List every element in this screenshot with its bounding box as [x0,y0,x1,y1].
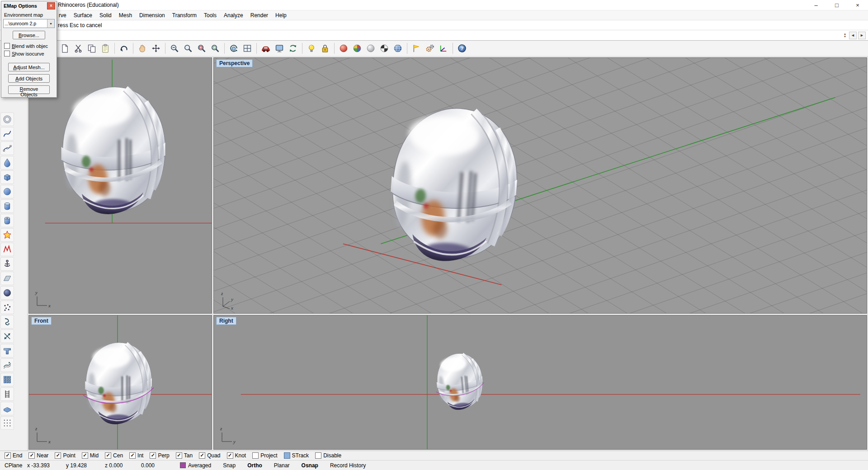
minimize-button[interactable]: – [806,0,826,10]
osnap-perp[interactable]: ✓Perp [150,452,169,459]
layer-pane[interactable]: Averaged [188,462,211,469]
dropdown-arrow-icon[interactable]: ▼ [47,19,54,28]
t-surface-icon[interactable] [0,344,14,357]
offset-curve-icon[interactable] [0,358,14,372]
helmet-render-right[interactable] [424,346,495,419]
rainbow-sphere-icon[interactable] [351,42,363,55]
viewport-front[interactable]: Front zx [28,315,212,450]
history-prev-button[interactable]: ◄ [849,32,857,39]
osnap-checkbox-end[interactable]: ✓ [5,452,11,459]
osnap-int[interactable]: ✓Int [129,452,143,459]
osnap-checkbox-quad[interactable]: ✓ [199,452,205,459]
osnap-mid[interactable]: ✓Mid [82,452,99,459]
show-isocurve-checkbox[interactable]: Show isocurve [4,51,55,56]
browse-button[interactable]: Browse... [13,31,45,39]
viewport-label-perspective[interactable]: Perspective [216,59,253,67]
ortho-pane[interactable]: Ortho [247,462,262,469]
remove-objects-button[interactable]: Remove Objects [8,85,50,94]
grid-dots-icon[interactable] [0,416,14,430]
menu-tools[interactable]: Tools [200,11,220,19]
osnap-checkbox-tan[interactable]: ✓ [176,452,182,459]
display-monitor-icon[interactable] [273,42,286,55]
gray-sphere-icon[interactable] [364,42,377,55]
freeform-curve-icon[interactable] [0,127,14,141]
osnap-knot[interactable]: ✓Knot [227,452,246,459]
blend-with-object-checkbox[interactable]: Blend with objec [4,43,55,49]
help-icon[interactable] [456,42,468,55]
blue-slab-icon[interactable] [0,402,14,415]
osnap-checkbox-strack[interactable] [284,452,290,459]
osnap-tan[interactable]: ✓Tan [176,452,193,459]
osnap-pane[interactable]: Osnap [302,462,318,469]
helmet-render-front[interactable] [71,333,165,436]
cplane-grid-icon[interactable] [0,272,14,285]
drop-surface-icon[interactable] [0,156,14,169]
red-sphere-render-icon[interactable] [337,42,350,55]
pan-hand-icon[interactable] [136,42,149,55]
command-input[interactable] [0,30,842,41]
viewport-perspective[interactable]: Perspective zyx [213,57,867,314]
solid-sphere-icon[interactable] [0,185,14,198]
osnap-point[interactable]: ✓Point [55,452,75,459]
checkbox-box[interactable] [4,43,10,49]
zoom-window-icon[interactable] [195,42,208,55]
viewport-layout-icon[interactable] [241,42,254,55]
osnap-checkbox-int[interactable]: ✓ [129,452,136,459]
menu-dimension[interactable]: Dimension [136,11,169,19]
point-cloud-icon[interactable] [0,301,14,314]
add-objects-button[interactable]: Add Objects [8,74,50,83]
osnap-strack[interactable]: STrack [284,452,309,459]
menu-render[interactable]: Render [247,11,272,19]
dark-sphere-icon[interactable] [0,286,14,300]
snap-pane[interactable]: Snap [223,462,236,469]
move-view-icon[interactable] [150,42,162,55]
control-point-curve-icon[interactable] [0,141,14,155]
viewport-right[interactable]: Right zy [213,315,867,450]
viewport-label-front[interactable]: Front [31,317,52,325]
star-spark-icon[interactable] [0,228,14,242]
osnap-end[interactable]: ✓End [5,452,22,459]
osnap-cen[interactable]: ✓Cen [105,452,123,459]
viewport-label-right[interactable]: Right [216,317,236,325]
spin-view-icon[interactable] [287,42,299,55]
emap-options-dialog[interactable]: EMap Options × Environment map ...\sunro… [1,1,57,98]
menu-mesh[interactable]: Mesh [115,11,136,19]
adjust-mesh-button[interactable]: Adjust Mesh... [8,63,50,71]
close-button[interactable]: × [847,0,868,10]
axes-ucs-icon[interactable] [437,42,450,55]
anchor-icon[interactable] [0,257,14,271]
array-grid-icon[interactable] [0,373,14,386]
osnap-checkbox-project[interactable] [252,452,259,459]
osnap-checkbox-knot[interactable]: ✓ [227,452,233,459]
zoom-out-icon[interactable] [168,42,181,55]
car-icon[interactable] [259,42,272,55]
emap-dialog-titlebar[interactable]: EMap Options × [1,1,57,10]
solid-cylinder-icon[interactable] [0,199,14,213]
planar-pane[interactable]: Planar [274,462,290,469]
osnap-checkbox-near[interactable]: ✓ [28,452,35,459]
osnap-quad[interactable]: ✓Quad [199,452,220,459]
rotate-view-icon[interactable] [227,42,240,55]
paste-icon[interactable] [99,42,112,55]
undo-icon[interactable] [118,42,130,55]
menu-solid[interactable]: Solid [96,11,115,19]
menu-rve[interactable]: rve [55,11,70,19]
osnap-checkbox-perp[interactable]: ✓ [150,452,156,459]
emap-close-button[interactable]: × [47,2,55,9]
globe-icon[interactable] [392,42,404,55]
osnap-near[interactable]: ✓Near [28,452,48,459]
environment-map-dropdown[interactable]: ...\sunroom 2.p ▼ [3,19,55,28]
zigzag-polyline-icon[interactable] [0,243,14,256]
zoom-extents-icon[interactable] [209,42,222,55]
diagonal-arrows-icon[interactable] [0,329,14,343]
osnap-project[interactable]: Project [252,452,277,459]
spinner-down-icon[interactable]: ▼ [842,35,848,38]
layer-color-swatch[interactable] [180,462,186,468]
record-history-pane[interactable]: Record History [330,462,366,469]
checkbox-box[interactable] [4,51,10,56]
cut-icon[interactable] [72,42,85,55]
solid-tube-icon[interactable] [0,214,14,227]
light-bulb-icon[interactable] [305,42,318,55]
history-next-button[interactable]: ► [858,32,866,39]
cplane-pane[interactable]: CPlane [5,462,27,469]
